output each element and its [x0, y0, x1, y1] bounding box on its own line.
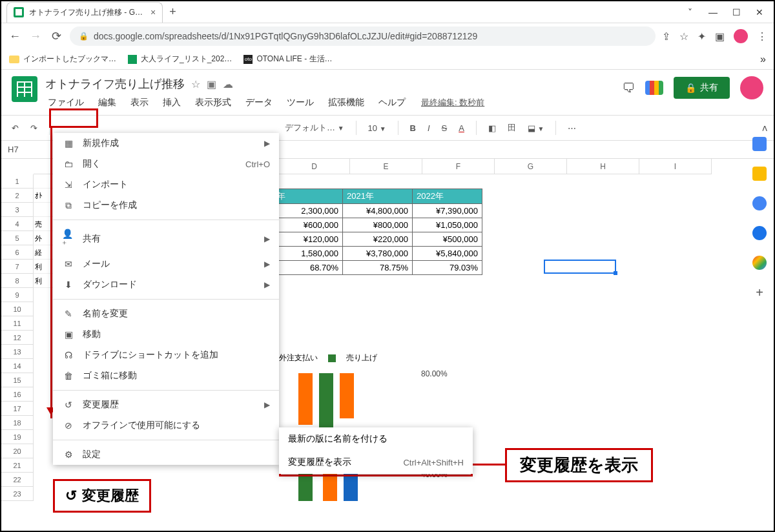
- sheets-icon: [128, 55, 137, 64]
- bold-button[interactable]: B: [406, 122, 420, 134]
- copy-icon: ⧉: [62, 200, 75, 211]
- forward-button[interactable]: →: [28, 30, 43, 43]
- url-input[interactable]: 🔒 docs.google.com/spreadsheets/d/1Nx91PG…: [70, 26, 656, 46]
- strike-button[interactable]: S: [438, 122, 451, 134]
- submenu-show-history[interactable]: 変更履歴を表示Ctrl+Alt+Shift+H: [279, 451, 473, 474]
- chart-legend: 外注支払い 売り上げ: [279, 353, 377, 363]
- data-table: 年2021年2022年 2,300,000¥4,800,000¥7,390,00…: [273, 189, 482, 275]
- bookmark-item[interactable]: 大人ライフ_リスト_202…: [128, 54, 232, 65]
- menu-edit[interactable]: 編集: [96, 96, 119, 110]
- menu-extensions[interactable]: 拡張機能: [326, 96, 367, 110]
- file-dropdown-menu: ▦新規作成▶ 🗀開くCtrl+O ⇲インポート ⧉コピーを作成 👤⁺共有▶ ✉メ…: [53, 133, 279, 465]
- fill-color-button[interactable]: ◧: [484, 122, 500, 134]
- browser-tab[interactable]: オトナライフ売り上げ推移 - Google ×: [6, 2, 163, 23]
- add-on-plus-icon[interactable]: +: [756, 285, 763, 300]
- redo-button[interactable]: ↷: [26, 122, 41, 134]
- annotation-arrow: [50, 128, 52, 418]
- menu-download[interactable]: ⬇ダウンロード▶: [53, 274, 279, 295]
- chart-bars: [298, 373, 354, 431]
- menu-rename[interactable]: ✎名前を変更: [53, 303, 279, 324]
- bookmarks-overflow-icon[interactable]: »: [760, 54, 766, 65]
- menu-format[interactable]: 表示形式: [192, 96, 234, 110]
- more-toolbar-icon[interactable]: ⋯: [564, 122, 580, 134]
- move-folder-icon[interactable]: ▣: [207, 78, 216, 90]
- collapse-toolbar-icon[interactable]: ʌ: [762, 123, 767, 133]
- menu-move[interactable]: ▣移動: [53, 324, 279, 345]
- maximize-icon[interactable]: ☐: [731, 7, 741, 17]
- menu-new[interactable]: ▦新規作成▶: [53, 133, 279, 154]
- tab-title: オトナライフ売り上げ推移 - Google: [29, 7, 145, 18]
- undo-button[interactable]: ↶: [8, 122, 23, 134]
- last-edit-link[interactable]: 最終編集: 数秒前: [421, 97, 484, 108]
- menu-import[interactable]: ⇲インポート: [53, 174, 279, 195]
- share-page-icon[interactable]: ⇪: [662, 30, 670, 43]
- close-window-icon[interactable]: ✕: [754, 7, 765, 17]
- menu-file[interactable]: ファイル: [45, 96, 87, 110]
- pencil-icon: ✎: [62, 309, 75, 319]
- menu-offline[interactable]: ⊘オフラインで使用可能にする: [53, 415, 279, 436]
- doc-title[interactable]: オトナライフ売り上げ推移: [45, 76, 185, 92]
- annotation-callout: 変更履歴を表示: [505, 448, 653, 482]
- text-color-button[interactable]: A: [455, 122, 468, 134]
- extensions-icon[interactable]: ✦: [698, 30, 706, 43]
- account-avatar[interactable]: [740, 76, 763, 99]
- menu-shortcut[interactable]: ☊ドライブにショートカットを追加: [53, 345, 279, 365]
- new-tab-button[interactable]: +: [169, 5, 176, 19]
- menu-dots-icon[interactable]: ⋮: [757, 30, 767, 43]
- side-panel-icon[interactable]: ▣: [715, 30, 725, 43]
- profile-avatar[interactable]: [734, 29, 748, 43]
- font-select[interactable]: デフォルト… ▼: [281, 121, 348, 135]
- menu-copy[interactable]: ⧉コピーを作成: [53, 195, 279, 216]
- bookmark-star-icon[interactable]: ☆: [679, 30, 688, 43]
- trash-icon: 🗑: [62, 371, 75, 381]
- bookmark-item[interactable]: otoOTONA LIFE - 生活…: [243, 54, 332, 65]
- menu-view[interactable]: 表示: [128, 96, 151, 110]
- folder-icon: [9, 56, 19, 63]
- name-box[interactable]: H7: [8, 145, 40, 154]
- font-size[interactable]: 10 ▼: [364, 122, 390, 134]
- keep-icon[interactable]: [752, 167, 767, 181]
- reload-button[interactable]: ⟳: [49, 29, 63, 43]
- menu-trash[interactable]: 🗑ゴミ箱に移動: [53, 365, 279, 386]
- back-button[interactable]: ←: [8, 30, 22, 43]
- menu-help[interactable]: ヘルプ: [376, 96, 408, 110]
- menu-version-history[interactable]: ↺変更履歴▶: [53, 394, 279, 415]
- meet-icon[interactable]: [645, 81, 663, 95]
- italic-button[interactable]: I: [424, 122, 434, 134]
- contacts-icon[interactable]: [752, 226, 767, 240]
- maps-icon[interactable]: [752, 256, 767, 270]
- menu-settings[interactable]: ⚙設定: [53, 444, 279, 465]
- star-icon[interactable]: ☆: [191, 78, 200, 90]
- submenu-name-version[interactable]: 最新の版に名前を付ける: [279, 427, 473, 451]
- share-button[interactable]: 🔒共有: [674, 77, 730, 99]
- app-header: オトナライフ売り上げ推移 ☆ ▣ ☁ ファイル 編集 表示 挿入 表示形式 デー…: [1, 70, 774, 110]
- url-text: docs.google.com/spreadsheets/d/1Nx91PGTq…: [94, 31, 477, 41]
- calendar-icon[interactable]: [752, 137, 767, 151]
- annotation-line: [473, 464, 505, 466]
- cloud-saved-icon[interactable]: ☁: [223, 78, 233, 90]
- folder-icon: 🗀: [62, 159, 75, 169]
- bookmark-folder[interactable]: インポートしたブックマ…: [9, 54, 116, 65]
- sheets-logo[interactable]: [12, 76, 37, 102]
- annotation-box: [49, 108, 98, 128]
- merge-button[interactable]: ⬓ ▼: [524, 122, 548, 134]
- share-icon: 👤⁺: [62, 229, 75, 249]
- lock-icon: 🔒: [79, 32, 88, 41]
- gear-icon: ⚙: [62, 449, 75, 460]
- chevron-down-icon[interactable]: ˅: [685, 7, 695, 17]
- menu-insert[interactable]: 挿入: [160, 96, 183, 110]
- offline-icon: ⊘: [62, 420, 75, 431]
- menu-data[interactable]: データ: [243, 96, 275, 110]
- close-tab-icon[interactable]: ×: [150, 7, 156, 17]
- menu-open[interactable]: 🗀開くCtrl+O: [53, 154, 279, 174]
- comments-icon[interactable]: 🗨: [622, 81, 635, 96]
- version-history-submenu: 最新の版に名前を付ける 変更履歴を表示Ctrl+Alt+Shift+H: [279, 427, 473, 474]
- minimize-icon[interactable]: —: [708, 7, 718, 17]
- borders-button[interactable]: 田: [504, 121, 520, 135]
- menu-share[interactable]: 👤⁺共有▶: [53, 224, 279, 254]
- menu-tools[interactable]: ツール: [284, 96, 316, 110]
- mail-icon: ✉: [62, 259, 75, 269]
- tasks-icon[interactable]: [752, 196, 767, 210]
- lock-icon: 🔒: [685, 83, 696, 93]
- menu-email[interactable]: ✉メール▶: [53, 254, 279, 274]
